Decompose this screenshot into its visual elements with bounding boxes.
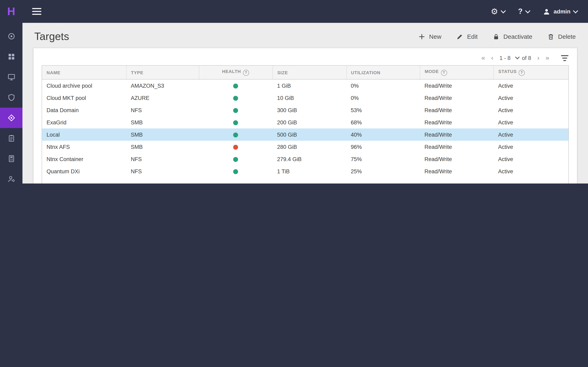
page-header: Targets NewEditDeactivateDelete <box>22 23 588 48</box>
topbar-right: ⚙ ? admin <box>491 7 588 16</box>
pagination-next[interactable]: › <box>537 55 540 61</box>
edit-button[interactable]: Edit <box>456 33 478 40</box>
column-header-health[interactable]: HEALTH <box>199 66 273 79</box>
column-header-type[interactable]: TYPE <box>126 66 199 79</box>
new-button[interactable]: New <box>418 33 441 40</box>
gear-icon: ⚙ <box>491 7 498 16</box>
cell-health <box>199 128 273 141</box>
app-root: H ⚙ ? admin Targets Ne <box>0 0 588 184</box>
cell-status: Active <box>494 128 568 141</box>
pagination-range[interactable]: 1 - 8 of 8 <box>499 55 531 61</box>
health-dot <box>233 145 238 150</box>
sidebar-item-protection[interactable] <box>0 87 22 108</box>
cell-status: Active <box>494 92 568 104</box>
sidebar-item-applications[interactable] <box>0 47 22 67</box>
cell-health <box>199 165 273 177</box>
trash-icon <box>547 33 554 40</box>
help-menu[interactable]: ? <box>518 7 530 16</box>
pagination-prev[interactable]: ‹ <box>491 55 493 61</box>
health-dot <box>233 169 238 174</box>
column-header-utilization[interactable]: UTILIZATION <box>346 66 420 79</box>
cell-status: Active <box>494 104 568 116</box>
cell-size: 1 TiB <box>273 165 346 177</box>
cell-size: 280 GiB <box>273 141 346 153</box>
cell-mode: Read/Write <box>420 165 494 177</box>
sidebar-item-virtual-machines[interactable] <box>0 67 22 87</box>
pagination-total: of 8 <box>522 55 531 61</box>
column-header-mode[interactable]: MODE <box>420 66 494 79</box>
targets-table-body: Cloud archive poolAMAZON_S31 GiB0%Read/W… <box>42 79 568 177</box>
table-row[interactable]: Cloud MKT poolAZURE10 GiB0%Read/WriteAct… <box>42 92 568 104</box>
cell-health <box>199 141 273 153</box>
pagination-range-value: 1 - 8 <box>499 55 510 61</box>
app-logo: H <box>0 5 22 18</box>
cell-size: 200 GiB <box>273 116 346 128</box>
user-menu[interactable]: admin <box>543 8 577 15</box>
health-dot <box>233 108 238 113</box>
filter-icon[interactable] <box>561 54 569 61</box>
cell-type: AZURE <box>126 92 199 104</box>
column-header-size[interactable]: SIZE <box>273 66 346 79</box>
cell-utilization: 96% <box>346 141 420 153</box>
cell-name: ExaGrid <box>42 116 126 128</box>
column-header-name[interactable]: NAME <box>42 66 126 79</box>
health-dot <box>233 96 238 101</box>
cell-status: Active <box>494 79 568 92</box>
help-icon <box>519 70 525 76</box>
cell-utilization: 0% <box>346 79 420 92</box>
sidebar-item-targets[interactable] <box>0 108 22 128</box>
cell-name: Quantum DXi <box>42 165 126 177</box>
menu-icon[interactable] <box>32 7 42 16</box>
sidebar-item-dashboard[interactable] <box>0 26 22 47</box>
table-row[interactable]: LocalSMB500 GiB40%Read/WriteActive <box>42 128 568 141</box>
help-icon <box>243 70 249 76</box>
sidebar <box>0 23 22 184</box>
chevron-down-icon <box>525 8 530 13</box>
help-icon <box>441 70 447 76</box>
deactivate-label: Deactivate <box>503 33 532 40</box>
cell-utilization: 75% <box>346 153 420 165</box>
delete-button[interactable]: Delete <box>547 33 576 40</box>
page-title: Targets <box>34 30 418 43</box>
sidebar-item-policies[interactable] <box>0 128 22 149</box>
health-dot <box>233 157 238 162</box>
apps-icon <box>7 53 15 61</box>
cell-status: Active <box>494 116 568 128</box>
cell-type: NFS <box>126 153 199 165</box>
clipboard-icon <box>7 134 15 142</box>
table-row[interactable]: Ntnx ContainerNFS279.4 GiB75%Read/WriteA… <box>42 153 568 165</box>
table-row[interactable]: Data DomainNFS300 GiB53%Read/WriteActive <box>42 104 568 116</box>
dashboard-icon <box>7 32 15 40</box>
sidebar-item-administration[interactable] <box>0 169 22 184</box>
edit-label: Edit <box>467 33 478 40</box>
cell-health <box>199 92 273 104</box>
edit-icon <box>456 33 463 40</box>
sidebar-item-reports[interactable] <box>0 149 22 169</box>
main-content: Targets NewEditDeactivateDelete « ‹ 1 - … <box>22 23 588 184</box>
cell-size: 500 GiB <box>273 128 346 141</box>
table-row[interactable]: Quantum DXiNFS1 TiB25%Read/WriteActive <box>42 165 568 177</box>
table-row[interactable]: ExaGridSMB200 GiB68%Read/WriteActive <box>42 116 568 128</box>
cell-mode: Read/Write <box>420 79 494 92</box>
deactivate-button[interactable]: Deactivate <box>493 33 532 40</box>
column-header-status[interactable]: STATUS <box>494 66 568 79</box>
settings-menu[interactable]: ⚙ <box>491 7 505 16</box>
pagination-last[interactable]: » <box>545 55 549 61</box>
user-gear-icon <box>7 175 15 183</box>
person-icon <box>543 8 550 15</box>
cell-type: SMB <box>126 116 199 128</box>
pagination: « ‹ 1 - 8 of 8 › » <box>481 55 549 61</box>
table-row[interactable]: Ntnx AFSSMB280 GiB96%Read/WriteActive <box>42 141 568 153</box>
monitor-icon <box>7 73 15 81</box>
cell-name: Data Domain <box>42 104 126 116</box>
cell-utilization: 40% <box>346 128 420 141</box>
user-name: admin <box>554 8 571 15</box>
cell-size: 1 GiB <box>273 79 346 92</box>
cell-type: SMB <box>126 141 199 153</box>
chevron-down-icon <box>573 8 578 13</box>
cell-mode: Read/Write <box>420 104 494 116</box>
cell-mode: Read/Write <box>420 116 494 128</box>
pagination-first[interactable]: « <box>481 55 485 61</box>
table-row[interactable]: Cloud archive poolAMAZON_S31 GiB0%Read/W… <box>42 79 568 92</box>
cell-type: SMB <box>126 128 199 141</box>
